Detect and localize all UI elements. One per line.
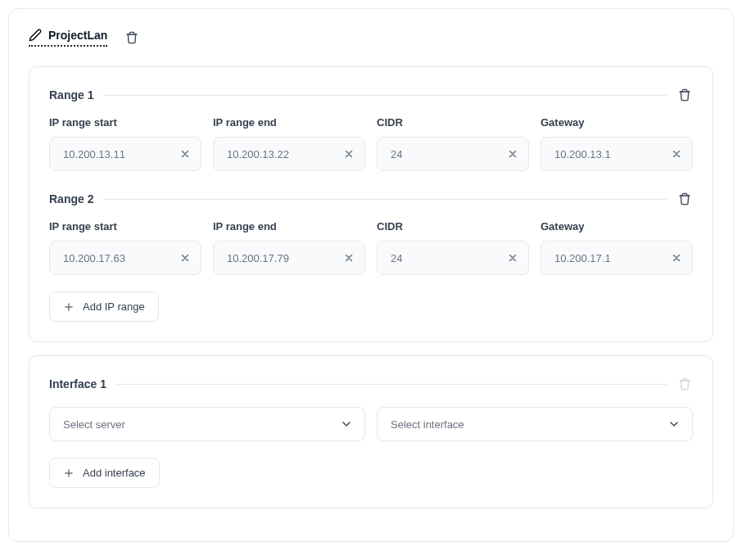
range-fields: IP range start IP range end bbox=[49, 116, 693, 171]
close-icon bbox=[179, 148, 191, 160]
interface-header: Interface 1 bbox=[49, 376, 693, 392]
add-ip-range-button[interactable]: Add IP range bbox=[49, 291, 159, 322]
divider bbox=[103, 95, 667, 96]
label-gateway: Gateway bbox=[541, 116, 693, 129]
label-cidr: CIDR bbox=[377, 116, 529, 129]
close-icon bbox=[179, 252, 191, 264]
range-title: Range 1 bbox=[49, 88, 93, 102]
field-cidr: CIDR bbox=[377, 116, 529, 171]
range-fields: IP range start IP range end bbox=[49, 220, 693, 275]
delete-range-button[interactable] bbox=[676, 87, 693, 103]
input-cidr-wrap bbox=[377, 241, 529, 275]
clear-cidr-button[interactable] bbox=[505, 251, 520, 265]
input-cidr[interactable] bbox=[391, 148, 505, 160]
input-ip-end-wrap bbox=[213, 137, 365, 171]
input-ip-start-wrap bbox=[49, 241, 201, 275]
chevron-down-icon bbox=[667, 418, 681, 431]
input-gateway-wrap bbox=[541, 241, 693, 275]
input-ip-end-wrap bbox=[213, 241, 365, 275]
input-ip-end[interactable] bbox=[227, 148, 342, 160]
input-gateway[interactable] bbox=[554, 252, 669, 264]
plus-icon bbox=[63, 467, 75, 479]
label-ip-start: IP range start bbox=[49, 116, 201, 129]
delete-project-button[interactable] bbox=[124, 29, 140, 46]
range-block: Range 2 IP range start bbox=[49, 191, 693, 275]
trash-icon bbox=[125, 31, 138, 44]
close-icon bbox=[507, 252, 518, 264]
panel-header: ProjectLan bbox=[29, 29, 713, 47]
add-ip-range-label: Add IP range bbox=[83, 300, 145, 313]
select-interface-placeholder: Select interface bbox=[391, 418, 464, 431]
delete-range-button[interactable] bbox=[676, 191, 693, 207]
range-block: Range 1 IP range start bbox=[49, 87, 693, 171]
input-cidr-wrap bbox=[377, 137, 529, 171]
interfaces-card: Interface 1 Select server Select interfa… bbox=[29, 355, 713, 508]
clear-gateway-button[interactable] bbox=[669, 147, 684, 161]
add-interface-button[interactable]: Add interface bbox=[49, 458, 160, 488]
input-gateway-wrap bbox=[541, 137, 693, 171]
clear-cidr-button[interactable] bbox=[505, 147, 520, 161]
select-server[interactable]: Select server bbox=[49, 407, 365, 441]
ranges-card: Range 1 IP range start bbox=[29, 66, 713, 342]
trash-icon bbox=[678, 377, 691, 391]
plus-icon bbox=[63, 301, 75, 313]
divider bbox=[116, 384, 667, 385]
close-icon bbox=[671, 252, 682, 264]
close-icon bbox=[343, 252, 355, 264]
clear-gateway-button[interactable] bbox=[669, 251, 684, 265]
input-ip-start[interactable] bbox=[63, 148, 178, 160]
field-gateway: Gateway bbox=[541, 220, 693, 275]
interface-fields: Select server Select interface bbox=[49, 407, 693, 441]
clear-ip-start-button[interactable] bbox=[178, 251, 192, 265]
label-cidr: CIDR bbox=[377, 220, 529, 233]
delete-interface-button bbox=[676, 376, 693, 392]
project-title-group[interactable]: ProjectLan bbox=[29, 29, 107, 47]
field-ip-start: IP range start bbox=[49, 220, 201, 275]
clear-ip-start-button[interactable] bbox=[178, 147, 192, 161]
input-ip-end[interactable] bbox=[227, 252, 342, 264]
field-ip-end: IP range end bbox=[213, 220, 365, 275]
close-icon bbox=[671, 148, 682, 160]
project-name: ProjectLan bbox=[48, 29, 107, 42]
close-icon bbox=[343, 148, 355, 160]
range-header: Range 1 bbox=[49, 87, 693, 103]
divider bbox=[103, 199, 667, 200]
clear-ip-end-button[interactable] bbox=[342, 147, 356, 161]
field-ip-end: IP range end bbox=[213, 116, 365, 171]
interface-title: Interface 1 bbox=[49, 377, 106, 391]
input-ip-start-wrap bbox=[49, 137, 201, 171]
range-header: Range 2 bbox=[49, 191, 693, 207]
chevron-down-icon bbox=[340, 418, 353, 431]
input-cidr[interactable] bbox=[391, 252, 505, 264]
label-gateway: Gateway bbox=[541, 220, 693, 233]
label-ip-start: IP range start bbox=[49, 220, 201, 233]
select-server-placeholder: Select server bbox=[63, 418, 125, 431]
label-ip-end: IP range end bbox=[213, 220, 365, 233]
range-title: Range 2 bbox=[49, 192, 93, 205]
trash-icon bbox=[678, 88, 691, 102]
trash-icon bbox=[678, 192, 691, 205]
field-ip-start: IP range start bbox=[49, 116, 201, 171]
field-gateway: Gateway bbox=[541, 116, 693, 171]
input-ip-start[interactable] bbox=[63, 252, 178, 264]
label-ip-end: IP range end bbox=[213, 116, 365, 129]
add-interface-label: Add interface bbox=[83, 467, 146, 479]
select-interface[interactable]: Select interface bbox=[377, 407, 693, 441]
input-gateway[interactable] bbox=[554, 148, 669, 160]
network-config-panel: ProjectLan Range 1 bbox=[8, 8, 734, 542]
clear-ip-end-button[interactable] bbox=[342, 251, 356, 265]
field-cidr: CIDR bbox=[377, 220, 529, 275]
close-icon bbox=[507, 148, 518, 160]
edit-icon bbox=[29, 29, 42, 42]
